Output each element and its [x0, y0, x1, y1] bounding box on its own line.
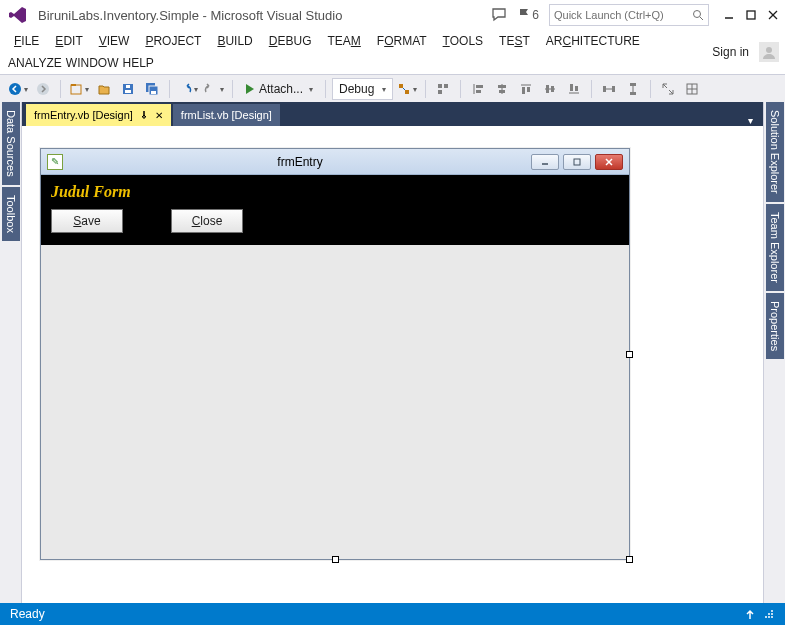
sign-in-link[interactable]: Sign in — [712, 45, 749, 59]
close-tab-icon[interactable]: ✕ — [155, 110, 163, 121]
close-button[interactable] — [767, 9, 779, 21]
svg-point-55 — [768, 616, 770, 618]
window-title: BiruniLabs.Inventory.Simple - Microsoft … — [38, 8, 342, 23]
menu-project[interactable]: PROJECT — [139, 32, 207, 50]
menu-window[interactable]: WINDOW — [66, 56, 119, 70]
toolbar: ▾ ▾ ▾ ▾ Attach... ▾ Debug ▾ ▾ — [0, 74, 785, 104]
menu-analyze[interactable]: ANALYZE — [8, 56, 62, 70]
svg-point-6 — [766, 47, 772, 53]
tab-overflow-icon[interactable]: ▾ — [742, 115, 759, 126]
menu-team[interactable]: TEAM — [321, 32, 366, 50]
notification-count: 6 — [532, 8, 539, 22]
align-bottom-icon[interactable] — [563, 78, 585, 100]
svg-point-8 — [37, 83, 49, 95]
menu-bar-2: ANALYZE WINDOW HELP — [0, 52, 695, 74]
svg-point-53 — [771, 613, 773, 615]
status-bar: Ready — [0, 603, 785, 625]
menu-tools[interactable]: TOOLS — [437, 32, 489, 50]
tab-properties[interactable]: Properties — [766, 293, 784, 359]
form-label[interactable]: Judul Form — [51, 183, 619, 201]
tab-order-icon[interactable] — [681, 78, 703, 100]
resize-handle-se[interactable] — [626, 556, 633, 563]
undo-button[interactable]: ▾ — [176, 78, 200, 100]
menu-build[interactable]: BUILD — [211, 32, 258, 50]
nav-back-button[interactable]: ▾ — [6, 78, 30, 100]
svg-point-51 — [771, 610, 773, 612]
quick-launch-input[interactable]: Quick Launch (Ctrl+Q) — [549, 4, 709, 26]
redo-button[interactable]: ▾ — [202, 78, 226, 100]
menu-architecture[interactable]: ARCHITECTURE — [540, 32, 646, 50]
menu-help[interactable]: HELP — [122, 56, 153, 70]
doc-tab-active[interactable]: frmEntry.vb [Design] ✕ — [26, 104, 171, 126]
config-value: Debug — [339, 82, 374, 96]
align-center-h-icon[interactable] — [491, 78, 513, 100]
form-save-button[interactable]: Save — [51, 209, 123, 233]
left-panel-strip: Data Sources Toolbox — [0, 102, 22, 603]
spacing-v-icon[interactable] — [622, 78, 644, 100]
search-icon — [692, 9, 704, 21]
menu-file[interactable]: FILE — [8, 32, 45, 50]
maximize-button[interactable] — [745, 9, 757, 21]
svg-rect-41 — [630, 83, 636, 86]
resize-handle-s[interactable] — [332, 556, 339, 563]
right-panel-strip: Solution Explorer Team Explorer Properti… — [763, 102, 785, 603]
svg-rect-33 — [546, 85, 549, 93]
svg-rect-31 — [527, 87, 530, 92]
save-all-button[interactable] — [141, 78, 163, 100]
form-close-button[interactable] — [595, 154, 623, 170]
form-close-button-ctl[interactable]: Close — [171, 209, 243, 233]
status-publish-icon[interactable] — [743, 607, 757, 621]
align-top-icon[interactable] — [515, 78, 537, 100]
align-left-icon[interactable] — [467, 78, 489, 100]
doc-tab-active-label: frmEntry.vb [Design] — [34, 109, 133, 121]
resize-handle-e[interactable] — [626, 351, 633, 358]
svg-rect-39 — [612, 86, 615, 92]
form-body[interactable] — [41, 245, 629, 553]
pin-icon[interactable] — [139, 110, 149, 120]
spacing-h-icon[interactable] — [598, 78, 620, 100]
svg-rect-9 — [71, 85, 81, 94]
svg-point-54 — [765, 616, 767, 618]
form-header-panel[interactable]: Judul Form Save Close — [41, 175, 629, 245]
menu-view[interactable]: VIEW — [93, 32, 136, 50]
align-middle-v-icon[interactable] — [539, 78, 561, 100]
form-maximize-button[interactable] — [563, 154, 591, 170]
svg-line-1 — [700, 17, 703, 20]
svg-rect-28 — [499, 90, 505, 93]
tb-align-extra[interactable]: ▾ — [395, 78, 419, 100]
menu-format[interactable]: FORMAT — [371, 32, 433, 50]
tab-solution-explorer[interactable]: Solution Explorer — [766, 102, 784, 202]
save-button[interactable] — [117, 78, 139, 100]
config-dropdown[interactable]: Debug ▾ — [332, 78, 393, 100]
align-grid-icon[interactable] — [432, 78, 454, 100]
svg-rect-37 — [575, 86, 578, 91]
tab-team-explorer[interactable]: Team Explorer — [766, 204, 784, 291]
svg-rect-16 — [151, 91, 156, 94]
open-file-button[interactable] — [93, 78, 115, 100]
menu-test[interactable]: TEST — [493, 32, 536, 50]
svg-rect-48 — [574, 159, 580, 165]
minimize-button[interactable] — [723, 9, 735, 21]
nav-fwd-button[interactable] — [32, 78, 54, 100]
tab-toolbox[interactable]: Toolbox — [2, 187, 20, 241]
svg-rect-17 — [399, 84, 403, 88]
menu-debug[interactable]: DEBUG — [263, 32, 318, 50]
menu-edit[interactable]: EDIT — [49, 32, 88, 50]
notifications-flag[interactable]: 6 — [518, 8, 539, 22]
designer-surface[interactable]: ✎ frmEntry Judul Form Save Close — [22, 126, 763, 603]
new-project-button[interactable]: ▾ — [67, 78, 91, 100]
feedback-icon[interactable] — [492, 8, 508, 22]
svg-rect-12 — [125, 90, 131, 93]
status-resize-grip-icon[interactable] — [763, 608, 775, 620]
doc-tab-inactive[interactable]: frmList.vb [Design] — [173, 104, 280, 126]
user-avatar-icon[interactable] — [759, 42, 779, 62]
tab-data-sources[interactable]: Data Sources — [2, 102, 20, 185]
form-minimize-button[interactable] — [531, 154, 559, 170]
attach-label: Attach... — [259, 82, 303, 96]
attach-button[interactable]: Attach... ▾ — [239, 78, 319, 100]
status-ready: Ready — [10, 607, 45, 621]
expand-icon[interactable] — [657, 78, 679, 100]
form-window[interactable]: ✎ frmEntry Judul Form Save Close — [40, 148, 630, 560]
svg-rect-38 — [603, 86, 606, 92]
menu-bar: FILE EDIT VIEW PROJECT BUILD DEBUG TEAM … — [0, 30, 695, 52]
